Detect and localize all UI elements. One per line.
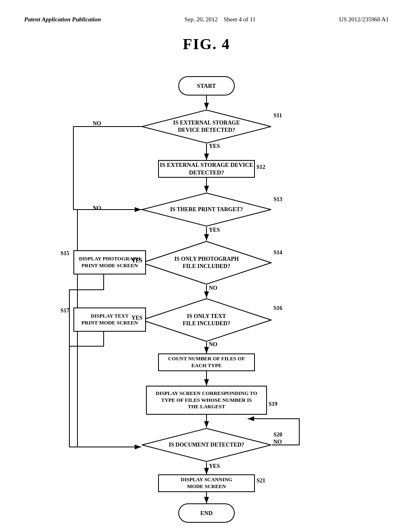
node-start: START <box>178 76 235 96</box>
date: Sep. 20, 2012 <box>184 16 218 23</box>
publication-label: Patent Application Publication <box>24 16 101 23</box>
page: Patent Application Publication Sep. 20, … <box>0 0 413 532</box>
label-s14-no: NO <box>209 285 217 291</box>
sheet: Sheet 4 of 11 <box>224 16 256 23</box>
s14-step: S14 <box>273 249 282 256</box>
s18-text: COUNT NUMBER OF FILES OFEACH TYPE <box>168 355 245 369</box>
s12-step: S12 <box>257 164 265 170</box>
s16-text: IS ONLY TEXTFILE INCLUDED? <box>183 313 230 327</box>
s11-step: S11 <box>273 112 282 119</box>
label-s20-yes: YES <box>209 463 220 470</box>
end-label: END <box>200 509 213 517</box>
s15-step: S15 <box>60 250 69 257</box>
label-s20-no: NO <box>273 439 282 445</box>
s11-text: IS EXTERNAL STORAGEDEVICE DETECTED? <box>173 119 240 134</box>
node-s19: DISPLAY SCREEN CORRESPONDING TOTYPE OF F… <box>146 386 267 415</box>
s12-text: IS EXTERNAL STORAGE DEVICE DETECTED? <box>159 161 254 177</box>
node-s20: IS DOCUMENT DETECTED? <box>141 428 272 462</box>
node-s16: IS ONLY TEXTFILE INCLUDED? <box>141 298 272 342</box>
s20-text: IS DOCUMENT DETECTED? <box>169 441 244 449</box>
label-s13-yes: YES <box>209 227 220 233</box>
flowchart: START IS EXTERNAL STORAGEDEVICE DETECTED… <box>33 64 380 507</box>
label-s11-no: NO <box>93 121 101 127</box>
s20-step: S20 <box>273 432 282 438</box>
node-s13: IS THERE PRINT TARGET? <box>141 192 272 227</box>
node-s14: IS ONLY PHOTOGRAPHFILE INCLUDED? <box>141 241 272 285</box>
s17-step: S17 <box>60 308 69 314</box>
patent-number: US 2012/235960 A1 <box>339 16 389 23</box>
date-sheet: Sep. 20, 2012 Sheet 4 of 11 <box>184 16 256 23</box>
label-s16-no: NO <box>209 341 217 348</box>
label-s11-yes: YES <box>209 143 220 150</box>
s17-text: DISPLAY TEXTPRINT MODE SCREEN <box>81 313 138 326</box>
figure-title: FIG. 4 <box>24 35 389 53</box>
node-s21: DISPLAY SCANNINGMODE SCREEN <box>158 474 255 492</box>
s21-step: S21 <box>257 478 265 484</box>
header: Patent Application Publication Sep. 20, … <box>24 16 389 23</box>
s13-step: S13 <box>273 196 282 203</box>
s21-text: DISPLAY SCANNINGMODE SCREEN <box>181 476 232 490</box>
label-s14-yes: YES <box>131 258 142 264</box>
start-label: START <box>197 82 216 90</box>
label-s13-no: NO <box>93 205 101 212</box>
node-end: END <box>178 503 235 523</box>
node-s12: IS EXTERNAL STORAGE DEVICE DETECTED? <box>158 160 255 178</box>
s16-step: S16 <box>273 305 282 312</box>
s19-text: DISPLAY SCREEN CORRESPONDING TOTYPE OF F… <box>156 390 257 411</box>
s14-text: IS ONLY PHOTOGRAPHFILE INCLUDED? <box>174 256 239 270</box>
node-s11: IS EXTERNAL STORAGEDEVICE DETECTED? <box>141 109 272 144</box>
node-s18: COUNT NUMBER OF FILES OFEACH TYPE <box>158 353 255 371</box>
label-s16-yes: YES <box>131 315 142 321</box>
s19-step: S19 <box>269 401 277 407</box>
s13-text: IS THERE PRINT TARGET? <box>170 206 243 213</box>
